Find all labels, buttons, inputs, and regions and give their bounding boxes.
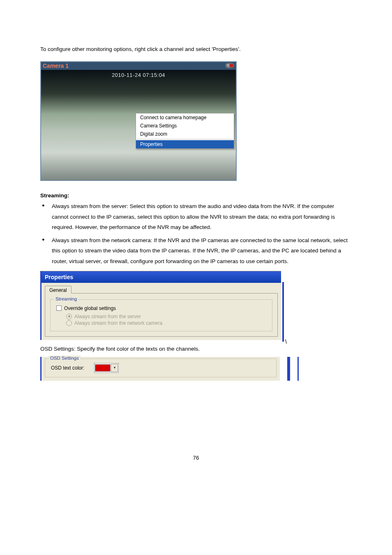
intro-paragraph: To configure other monitoring options, r… [40,45,352,54]
radio-camera-label: Always stream from the network camera [74,320,162,326]
blue-bar-1 [287,357,290,381]
blue-bar-2 [297,357,299,381]
camera-title: Camera 1 [41,62,236,70]
menu-item-camera-settings[interactable]: Camera Settings [136,122,234,130]
context-menu: Connect to camera homepage Camera Settin… [136,113,234,149]
tab-panel-general: Streaming Override global settings Alway… [45,293,278,337]
streaming-group: Streaming Override global settings Alway… [50,299,272,331]
menu-item-homepage[interactable]: Connect to camera homepage [136,113,234,122]
radio-server-label: Always stream from the server [74,314,141,319]
camera-status-badge: S [225,63,234,68]
streaming-heading: Streaming: [40,192,352,199]
menu-separator [137,139,233,139]
override-checkbox-label: Override global settings [64,305,116,311]
osd-color-dropdown-button[interactable]: ▼ [111,364,118,372]
tab-general[interactable]: General [45,286,71,294]
properties-dialog-screenshot: Properties General Streaming Override gl… [40,271,281,340]
badge-letter: S [227,63,229,68]
osd-caption: OSD Settings: Specify the font color of … [40,345,352,354]
page-number: 76 [40,455,352,477]
osd-group-title: OSD Settings [48,356,81,361]
osd-settings-screenshot: OSD Settings OSD text color: ▼ [40,357,280,381]
right-blue-border [282,282,284,342]
menu-item-digital-zoom[interactable]: Digital zoom [136,130,234,138]
camera-timestamp: 2010-11-24 07:15:04 [41,72,236,78]
streaming-group-title: Streaming [54,296,78,301]
radio-server[interactable] [66,314,72,319]
camera-screenshot: Camera 1 S 2010-11-24 07:15:04 Connect t… [40,61,237,181]
osd-color-swatch [95,364,111,372]
osd-color-combo[interactable]: ▼ [94,363,119,373]
osd-text-color-label: OSD text color: [51,365,84,371]
bullet-camera: Always stream from the network camera: I… [40,235,352,267]
override-checkbox[interactable] [56,305,62,311]
bullet-server: Always stream from the server: Select th… [40,201,352,233]
backslash-mark: \ [285,338,287,345]
menu-item-properties[interactable]: Properties [136,140,234,148]
properties-titlebar: Properties [42,271,281,283]
radio-camera[interactable] [66,320,72,326]
